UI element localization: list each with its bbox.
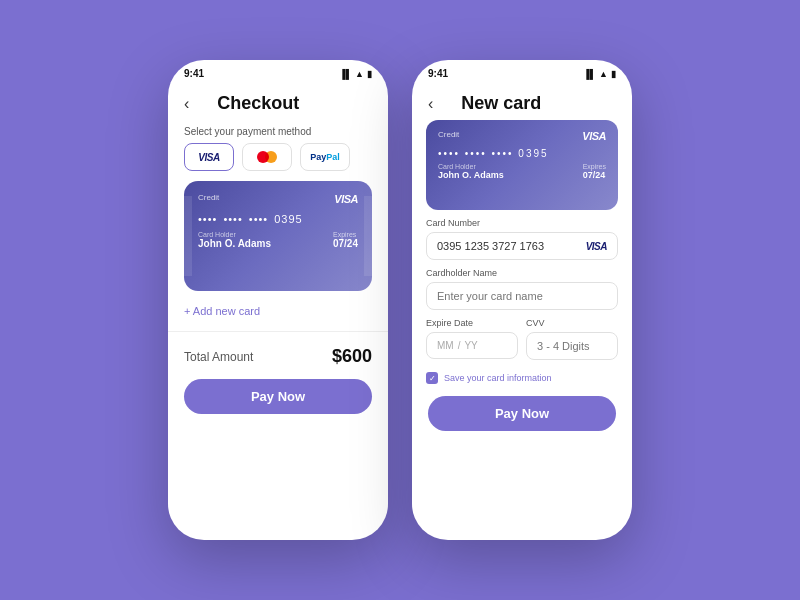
total-row: Total Amount $600 [168,336,388,375]
mini-expires-label: Expires [583,163,606,170]
cardholder-label: Cardholder Name [426,268,618,278]
mastercard-logo [257,150,277,164]
expires-label: Expires [333,231,358,238]
total-label: Total Amount [184,350,253,364]
checkout-title: Checkout [217,93,299,114]
total-amount: $600 [332,346,372,367]
cardholder-name-input[interactable] [426,282,618,310]
card-number-group: Card Number 0395 1235 3727 1763 VISA [412,218,632,268]
card-expires-section: Expires 07/24 [333,231,358,249]
cvv-label: CVV [526,318,618,328]
mini-card-holder-name: John O. Adams [438,170,504,180]
payment-section-label: Select your payment method [168,120,388,143]
expire-separator: / [458,340,461,351]
mini-card-holder: Card Holder John O. Adams [438,163,504,180]
expire-date-group: Expire Date MM / YY [426,318,518,360]
mini-card-top: Credit VISA [438,130,606,142]
mc-right-circle [265,151,277,163]
status-icons-1: ▐▌ ▲ ▮ [339,69,372,79]
pay-now-button-2[interactable]: Pay Now [428,396,616,431]
card-top: Credit VISA [198,193,358,205]
mini-card-network: VISA [582,130,606,142]
expire-yy-placeholder: YY [464,340,477,351]
card-bottom: Card Holder John O. Adams Expires 07/24 [198,231,358,249]
paypal-logo: PayPal [310,152,340,162]
divider-1 [168,331,388,332]
card-number-input[interactable]: 0395 1235 3727 1763 VISA [426,232,618,260]
pay-now-button-1[interactable]: Pay Now [184,379,372,414]
mini-card-dots: •••• •••• •••• 0395 [438,148,606,159]
battery-icon: ▮ [367,69,372,79]
card-left-accent [176,196,192,276]
card-dot-group-2: •••• [223,213,242,225]
status-bar-2: 9:41 ▐▌ ▲ ▮ [412,60,632,83]
card-number-value: 0395 1235 3727 1763 [437,240,578,252]
mini-card-type: Credit [438,130,459,142]
signal-icon: ▐▌ [339,69,352,79]
new-credit-card-preview: Credit VISA •••• •••• •••• 0395 Card Hol… [426,120,618,210]
expire-cvv-row: Expire Date MM / YY CVV [412,318,632,368]
cvv-group: CVV [526,318,618,360]
mastercard-payment-btn[interactable] [242,143,292,171]
wifi-icon: ▲ [355,69,364,79]
status-icons-2: ▐▌ ▲ ▮ [583,69,616,79]
wifi-icon-2: ▲ [599,69,608,79]
cardholder-name-group: Cardholder Name [412,268,632,318]
card-dot-group-1: •••• [198,213,217,225]
signal-icon-2: ▐▌ [583,69,596,79]
save-card-label: Save your card information [444,373,552,383]
status-time-1: 9:41 [184,68,204,79]
expire-date-label: Expire Date [426,318,518,328]
save-card-row[interactable]: ✓ Save your card information [412,368,632,392]
new-card-content: ‹ New card Credit VISA •••• •••• •••• 03… [412,83,632,540]
card-holder-name: John O. Adams [198,238,271,249]
mini-expires-value: 07/24 [583,170,606,180]
checkout-screen: 9:41 ▐▌ ▲ ▮ ‹ Checkout Select your payme… [168,60,388,540]
paypal-payment-btn[interactable]: PayPal [300,143,350,171]
saved-credit-card: Credit VISA •••• •••• •••• 0395 Card Hol… [184,181,372,291]
status-time-2: 9:41 [428,68,448,79]
visa-payment-btn[interactable]: VISA [184,143,234,171]
payment-methods: VISA PayPal [168,143,388,181]
checkmark-icon: ✓ [429,374,436,383]
visa-logo: VISA [198,152,219,163]
checkout-header: ‹ Checkout [168,83,388,120]
card-number-network: VISA [586,241,607,252]
card-dot-group-3: •••• [249,213,268,225]
add-card-row[interactable]: + Add new card [168,301,388,327]
expire-date-input[interactable]: MM / YY [426,332,518,359]
new-card-screen: 9:41 ▐▌ ▲ ▮ ‹ New card Credit VISA •••• … [412,60,632,540]
card-network: VISA [334,193,358,205]
save-checkbox[interactable]: ✓ [426,372,438,384]
card-right-accent [364,196,380,276]
card-number-dots: •••• •••• •••• 0395 [198,213,358,225]
expires-value: 07/24 [333,238,358,249]
back-button-1[interactable]: ‹ [184,95,189,113]
add-card-label: + Add new card [184,305,260,317]
new-card-header: ‹ New card [412,83,632,120]
checkout-content: ‹ Checkout Select your payment method VI… [168,83,388,540]
battery-icon-2: ▮ [611,69,616,79]
card-number-label: Card Number [426,218,618,228]
mini-card-expires: Expires 07/24 [583,163,606,180]
card-type: Credit [198,193,219,202]
card-holder-label: Card Holder [198,231,271,238]
card-holder-section: Card Holder John O. Adams [198,231,271,249]
expire-mm-placeholder: MM [437,340,454,351]
new-card-title: New card [461,93,541,114]
cvv-input[interactable] [526,332,618,360]
status-bar-1: 9:41 ▐▌ ▲ ▮ [168,60,388,83]
mini-card-bottom: Card Holder John O. Adams Expires 07/24 [438,163,606,180]
card-last-digits: 0395 [274,213,302,225]
mini-card-holder-label: Card Holder [438,163,504,170]
back-button-2[interactable]: ‹ [428,95,433,113]
